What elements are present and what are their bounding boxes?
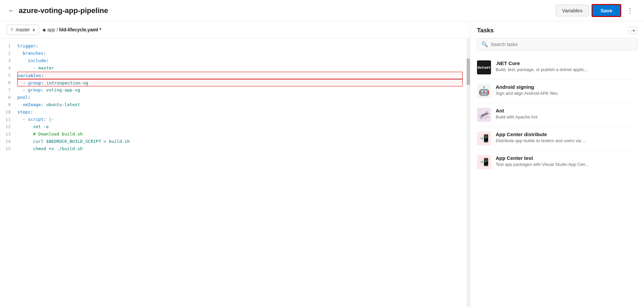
- main-content: ⑂ master ∨ ◆ app / hld-lifecycle.yaml * …: [0, 21, 644, 307]
- diamond-icon: ◆: [42, 27, 46, 32]
- task-item-dotnet[interactable]: dotnet .NET Core Build, test, package, o…: [477, 56, 637, 79]
- code-line: branches:: [17, 50, 463, 57]
- search-icon: 🔍: [481, 41, 488, 47]
- code-line: include:: [17, 57, 463, 64]
- code-line: - script: |-: [17, 116, 463, 123]
- task-name-appcenter-distribute: App Center distribute: [496, 131, 637, 137]
- scrollbar[interactable]: [467, 38, 470, 307]
- task-info-ant: Ant Build with Apache Ant: [496, 108, 637, 119]
- search-input[interactable]: [491, 42, 633, 47]
- code-line: steps:: [17, 108, 463, 116]
- task-info-dotnet: .NET Core Build, test, package, or publi…: [496, 60, 637, 72]
- editor-panel: ⑂ master ∨ ◆ app / hld-lifecycle.yaml * …: [0, 21, 470, 307]
- page-title: azure-voting-app-pipeline: [19, 6, 108, 15]
- task-name-ant: Ant: [496, 108, 637, 113]
- task-icon-android: 🤖: [477, 84, 491, 98]
- task-name-dotnet: .NET Core: [496, 60, 637, 66]
- line-numbers: 123456789101112131415: [0, 38, 16, 307]
- tasks-header: Tasks ⇥: [470, 27, 644, 38]
- code-line: - master: [17, 64, 463, 72]
- task-icon-ant: 🦟: [477, 108, 491, 122]
- branch-icon: ⑂: [10, 27, 14, 33]
- task-name-appcenter-test: App Center test: [496, 155, 637, 161]
- code-line: - group: introspection-vg: [17, 79, 463, 86]
- code-line: variables:: [17, 72, 463, 79]
- branch-dropdown-icon: ∨: [32, 27, 35, 32]
- task-desc-ant: Build with Apache Ant: [496, 114, 637, 119]
- search-bar[interactable]: 🔍: [477, 38, 637, 50]
- task-desc-appcenter-test: Test app packages with Visual Studio App…: [496, 162, 637, 167]
- code-line: # Download build.sh: [17, 130, 463, 138]
- branch-name: master: [16, 27, 30, 32]
- path-separator: /: [56, 27, 58, 32]
- back-button[interactable]: ←: [8, 7, 15, 14]
- code-content[interactable]: trigger: branches: include: - mastervari…: [16, 38, 467, 307]
- task-desc-appcenter-distribute: Distribute app builds to testers and use…: [496, 138, 637, 143]
- task-icon-appcenter2: 📲: [477, 155, 491, 169]
- variables-button[interactable]: Variables: [556, 5, 589, 16]
- editor-toolbar: ⑂ master ∨ ◆ app / hld-lifecycle.yaml *: [0, 21, 470, 38]
- task-info-appcenter-test: App Center test Test app packages with V…: [496, 155, 637, 167]
- code-line: trigger:: [17, 42, 463, 50]
- code-line: vmImage: ubuntu-latest: [17, 101, 463, 108]
- task-icon-dotnet: dotnet: [477, 60, 491, 74]
- task-info-appcenter-distribute: App Center distribute Distribute app bui…: [496, 131, 637, 143]
- task-item-android[interactable]: 🤖 Android signing Sign and align Android…: [477, 79, 637, 103]
- file-name: hld-lifecycle.yaml *: [59, 27, 101, 32]
- header: ← azure-voting-app-pipeline Variables Sa…: [0, 0, 644, 21]
- task-item-appcenter-distribute[interactable]: 📲 App Center distribute Distribute app b…: [477, 127, 637, 150]
- file-path: ◆ app / hld-lifecycle.yaml *: [40, 27, 101, 32]
- code-line: pool:: [17, 94, 463, 101]
- code-line: set -e: [17, 123, 463, 130]
- task-desc-dotnet: Build, test, package, or publish a dotne…: [496, 67, 637, 72]
- more-options-button[interactable]: ⋮: [624, 5, 636, 16]
- scrollbar-thumb[interactable]: [467, 58, 470, 85]
- branch-selector[interactable]: ⑂ master ∨: [7, 25, 39, 35]
- header-left: ← azure-voting-app-pipeline: [8, 6, 108, 15]
- task-name-android: Android signing: [496, 84, 637, 90]
- code-editor[interactable]: 123456789101112131415 trigger: branches:…: [0, 38, 470, 307]
- tasks-panel: Tasks ⇥ 🔍 dotnet .NET Core Build, test, …: [470, 21, 644, 307]
- task-info-android: Android signing Sign and align Android A…: [496, 84, 637, 96]
- tasks-collapse-button[interactable]: ⇥: [629, 27, 637, 34]
- task-icon-appcenter: 📲: [477, 131, 491, 145]
- file-dir: app: [47, 27, 55, 32]
- header-right: Variables Save ⋮: [556, 4, 636, 17]
- task-item-appcenter-test[interactable]: 📲 App Center test Test app packages with…: [477, 150, 637, 174]
- tasks-title: Tasks: [477, 27, 494, 34]
- task-item-ant[interactable]: 🦟 Ant Build with Apache Ant: [477, 103, 637, 127]
- save-button[interactable]: Save: [592, 4, 621, 17]
- code-line: chmod +x ./build.sh: [17, 145, 463, 152]
- tasks-list: dotnet .NET Core Build, test, package, o…: [470, 56, 644, 302]
- task-desc-android: Sign and align Android APK files: [496, 91, 637, 96]
- code-line: - group: voting-app-vg: [17, 86, 463, 94]
- code-line: curl $BEDROCK_BUILD_SCRIPT > build.sh: [17, 138, 463, 145]
